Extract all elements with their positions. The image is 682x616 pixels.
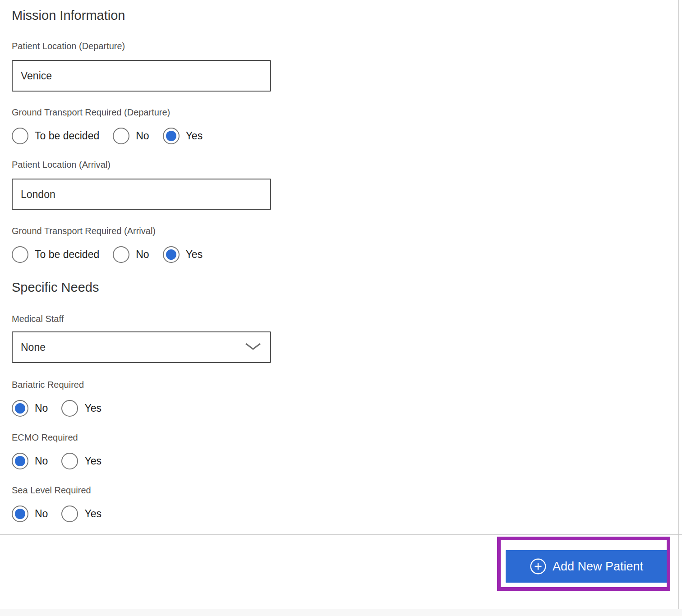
- add-new-patient-button-label: Add New Patient: [553, 560, 643, 574]
- radio-option-label: No: [35, 455, 48, 467]
- radio-circle-selected: [12, 506, 28, 522]
- radio-option-label: No: [35, 402, 48, 414]
- ground-transport-arrival-radio-group: To be decided No Yes: [12, 246, 682, 263]
- radio-ground-departure-to-be-decided[interactable]: To be decided: [12, 128, 99, 144]
- radio-option-label: Yes: [186, 248, 203, 261]
- radio-ground-arrival-yes[interactable]: Yes: [163, 246, 203, 263]
- radio-option-label: No: [35, 508, 48, 520]
- radio-ecmo-yes[interactable]: Yes: [61, 453, 101, 469]
- bariatric-required-label: Bariatric Required: [12, 380, 682, 390]
- medical-staff-selected-value: None: [21, 341, 46, 354]
- patient-location-arrival-label: Patient Location (Arrival): [12, 160, 682, 170]
- chevron-down-icon: [245, 343, 261, 352]
- radio-option-label: No: [136, 248, 149, 261]
- medical-staff-label: Medical Staff: [12, 314, 682, 324]
- radio-ground-departure-yes[interactable]: Yes: [163, 128, 203, 144]
- radio-option-label: Yes: [186, 130, 203, 142]
- patient-location-arrival-input[interactable]: [12, 179, 271, 210]
- radio-bariatric-no[interactable]: No: [12, 400, 48, 417]
- add-new-patient-button[interactable]: Add New Patient: [506, 550, 667, 583]
- patient-transport-form: Mission Information Patient Location (De…: [0, 7, 682, 522]
- radio-circle: [12, 246, 28, 263]
- radio-option-label: Yes: [84, 508, 101, 520]
- radio-circle-selected: [163, 246, 180, 263]
- radio-sea-level-no[interactable]: No: [12, 506, 48, 522]
- patient-location-departure-label: Patient Location (Departure): [12, 41, 682, 51]
- ecmo-required-label: ECMO Required: [12, 432, 682, 442]
- radio-option-label: Yes: [84, 402, 101, 414]
- radio-circle-selected: [12, 400, 28, 417]
- radio-circle: [113, 246, 129, 263]
- specific-needs-heading: Specific Needs: [12, 279, 682, 295]
- radio-option-label: No: [136, 130, 149, 142]
- footer-divider: [0, 534, 682, 535]
- radio-option-label: Yes: [84, 455, 101, 467]
- ecmo-required-radio-group: No Yes: [12, 452, 682, 469]
- ground-transport-arrival-label: Ground Transport Required (Arrival): [12, 226, 682, 236]
- radio-ground-departure-no[interactable]: No: [113, 128, 149, 144]
- ground-transport-departure-label: Ground Transport Required (Departure): [12, 107, 682, 117]
- radio-circle: [61, 506, 78, 522]
- radio-option-label: To be decided: [35, 248, 99, 261]
- radio-ecmo-no[interactable]: No: [12, 453, 48, 469]
- patient-location-departure-input[interactable]: [12, 60, 271, 92]
- radio-circle-selected: [163, 128, 180, 144]
- medical-staff-select[interactable]: None: [12, 331, 271, 363]
- mission-information-heading: Mission Information: [12, 7, 682, 23]
- radio-ground-arrival-no[interactable]: No: [113, 246, 149, 263]
- plus-circle-icon: [530, 558, 547, 575]
- radio-option-label: To be decided: [35, 130, 99, 142]
- radio-circle: [61, 400, 78, 417]
- radio-circle-selected: [12, 453, 28, 469]
- radio-circle: [113, 128, 129, 144]
- sea-level-required-label: Sea Level Required: [12, 485, 682, 495]
- radio-sea-level-yes[interactable]: Yes: [61, 506, 101, 522]
- radio-bariatric-yes[interactable]: Yes: [61, 400, 101, 417]
- radio-ground-arrival-to-be-decided[interactable]: To be decided: [12, 246, 99, 263]
- bariatric-required-radio-group: No Yes: [12, 400, 682, 417]
- radio-circle: [61, 453, 78, 469]
- sea-level-required-radio-group: No Yes: [12, 505, 682, 522]
- panel-right-border: [678, 0, 679, 616]
- ground-transport-departure-radio-group: To be decided No Yes: [12, 127, 682, 144]
- bottom-status-band: [0, 609, 682, 616]
- radio-circle: [12, 128, 28, 144]
